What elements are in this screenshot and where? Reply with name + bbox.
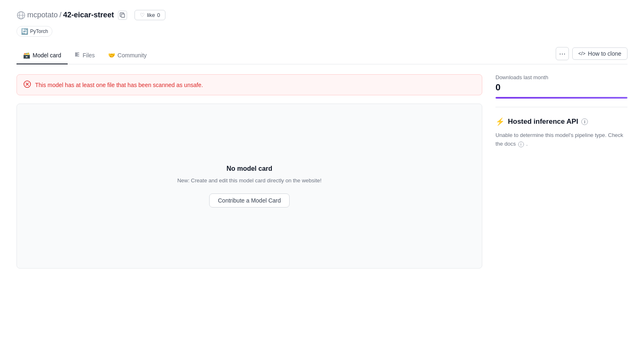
model-card-tab-icon: 🗃️ [23, 52, 30, 59]
main-content: This model has at least one file that ha… [17, 64, 627, 269]
breadcrumb-separator: / [59, 11, 61, 19]
copy-icon[interactable] [118, 11, 127, 20]
inference-info-icon[interactable]: i [581, 118, 588, 125]
like-count: 0 [157, 12, 160, 18]
downloads-section: Downloads last month 0 [495, 74, 627, 107]
code-icon: </> [578, 51, 585, 57]
svg-rect-3 [121, 14, 125, 17]
inference-section: ⚡ Hosted inference API i Unable to deter… [495, 116, 627, 149]
like-button[interactable]: ♡ like 0 [134, 10, 165, 20]
contribute-model-card-button[interactable]: Contribute a Model Card [209, 193, 290, 208]
no-model-card-subtitle: New: Create and edit this model card dir… [177, 177, 322, 184]
downloads-bar-fill [495, 97, 627, 99]
inference-title-text: Hosted inference API [508, 118, 578, 126]
inference-description: Unable to determine this model's pipelin… [495, 131, 627, 149]
right-panel: Downloads last month 0 ⚡ Hosted inferenc… [495, 74, 627, 269]
model-card-tab-label: Model card [33, 52, 61, 59]
tab-files[interactable]: Files [68, 47, 101, 64]
inference-info-icon-inline[interactable]: i [518, 142, 524, 147]
community-tab-icon: 🤝 [108, 52, 115, 59]
unsafe-alert: This model has at least one file that ha… [17, 74, 482, 95]
community-tab-label: Community [118, 52, 147, 59]
tabs-bar: 🗃️ Model card Files 🤝 Community [17, 47, 627, 64]
how-to-clone-button[interactable]: </> How to clone [572, 47, 627, 60]
inference-title: ⚡ Hosted inference API i [495, 117, 627, 126]
repo-owner[interactable]: mcpotato [27, 11, 58, 19]
model-card-box: No model card New: Create and edit this … [17, 104, 482, 269]
alert-icon [24, 80, 31, 89]
tab-model-card[interactable]: 🗃️ Model card [17, 47, 68, 64]
repo-name[interactable]: 42-eicar-street [63, 11, 114, 19]
inference-text-content: Unable to determine this model's pipelin… [495, 132, 623, 147]
downloads-label: Downloads last month [495, 74, 627, 80]
tags-row: 🔄 PyTorch [17, 26, 627, 37]
tabs-left: 🗃️ Model card Files 🤝 Community [17, 47, 153, 64]
lightning-icon: ⚡ [495, 117, 505, 126]
pytorch-tag[interactable]: 🔄 PyTorch [17, 26, 52, 37]
downloads-count: 0 [495, 82, 627, 93]
tabs-right: ⋯ </> How to clone [556, 47, 627, 64]
no-model-card-title: No model card [226, 165, 272, 172]
pytorch-icon: 🔄 [21, 28, 28, 35]
heart-icon: ♡ [140, 12, 145, 18]
breadcrumb: mcpotato / 42-eicar-street [17, 11, 114, 20]
header: mcpotato / 42-eicar-street ♡ like 0 [17, 10, 627, 20]
files-tab-icon [74, 52, 80, 59]
pytorch-label: PyTorch [30, 28, 48, 34]
more-options-button[interactable]: ⋯ [556, 47, 569, 60]
files-tab-label: Files [83, 52, 95, 59]
clone-label: How to clone [588, 50, 621, 57]
globe-icon [17, 11, 26, 20]
tab-community[interactable]: 🤝 Community [101, 47, 153, 64]
alert-text: This model has at least one file that ha… [35, 82, 203, 88]
more-dots-icon: ⋯ [559, 50, 566, 58]
inference-text-suffix: . [526, 141, 528, 147]
left-panel: This model has at least one file that ha… [17, 74, 482, 269]
like-label: like [147, 12, 155, 18]
downloads-bar [495, 97, 627, 99]
